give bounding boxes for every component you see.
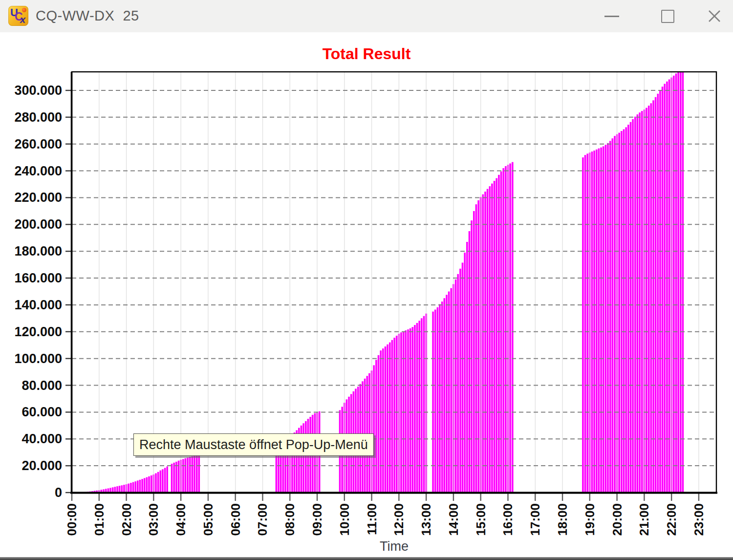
x-tick-label: 22:00 (664, 503, 679, 536)
y-tick-label: 180.000 (14, 244, 62, 258)
bar (175, 462, 177, 493)
bar (166, 467, 168, 493)
x-tick-label: 09:00 (310, 503, 324, 536)
y-tick-label: 200.000 (14, 217, 62, 232)
x-tick-label: 12:00 (391, 503, 406, 536)
bar (396, 336, 398, 493)
bar (682, 72, 684, 493)
x-tick-label: 21:00 (637, 503, 651, 536)
bar (189, 457, 191, 493)
bar (139, 480, 141, 493)
bar (662, 86, 664, 493)
bar (489, 186, 491, 493)
bar (192, 456, 194, 493)
bar (482, 194, 484, 493)
bar (162, 469, 164, 493)
bar (623, 129, 625, 493)
x-tick-label: 20:00 (610, 503, 625, 536)
bar (621, 131, 623, 493)
bar (146, 477, 148, 493)
x-tick-label: 05:00 (201, 503, 216, 536)
bar (659, 90, 661, 493)
bar (187, 457, 189, 493)
bar (155, 474, 157, 493)
bar (128, 484, 129, 493)
y-tick-label: 160.000 (14, 271, 62, 285)
bar (641, 111, 643, 493)
y-tick-label: 40.000 (22, 431, 62, 446)
y-tick-label: 60.000 (22, 405, 62, 419)
bar (477, 200, 479, 493)
bar (630, 122, 632, 493)
y-tick-label: 120.000 (14, 324, 62, 339)
bar (123, 485, 125, 493)
bar (664, 84, 666, 493)
bar (382, 348, 384, 493)
bar (114, 487, 116, 493)
bar (378, 355, 380, 493)
bar (650, 103, 652, 493)
bar (471, 220, 473, 493)
bar (121, 485, 123, 493)
bar (434, 310, 436, 493)
x-tick-label: 17:00 (528, 503, 542, 536)
x-tick-label: 06:00 (228, 503, 243, 536)
bar (632, 119, 634, 493)
bar (305, 421, 307, 493)
bar (600, 148, 602, 493)
bar (657, 94, 659, 493)
bar (276, 452, 278, 493)
bar (439, 304, 441, 493)
score-bar-chart[interactable]: 020.00040.00060.00080.000100.000120.0001… (0, 0, 733, 560)
bars-group (85, 72, 684, 493)
bar (473, 211, 475, 493)
y-tick-label: 100.000 (14, 351, 62, 366)
bar (668, 80, 670, 493)
bar (584, 155, 586, 493)
x-tick-label: 14:00 (446, 503, 461, 536)
bar (391, 340, 393, 493)
bar (646, 108, 647, 493)
bar (171, 464, 173, 493)
bar (194, 455, 195, 493)
x-tick-label: 13:00 (419, 503, 433, 536)
y-tick-label: 140.000 (14, 298, 62, 312)
y-tick-label: 0 (55, 485, 62, 500)
bar (586, 153, 588, 493)
bar (421, 318, 423, 493)
y-tick-label: 80.000 (22, 378, 62, 393)
x-tick-label: 07:00 (255, 503, 270, 536)
bar (116, 486, 118, 493)
x-tick-label: 01:00 (92, 503, 107, 536)
x-tick-label: 15:00 (474, 503, 488, 536)
bar (412, 327, 414, 493)
bar (451, 288, 453, 493)
bar (137, 480, 139, 493)
bar (677, 72, 679, 493)
bar (634, 117, 636, 493)
bar (368, 373, 370, 493)
bar (457, 274, 459, 493)
bar (196, 455, 198, 493)
bar (496, 178, 497, 493)
bar (437, 307, 439, 493)
bar (278, 450, 280, 493)
bar (410, 328, 411, 493)
bar (164, 468, 166, 493)
bar (498, 175, 500, 493)
y-tick-label: 260.000 (14, 137, 62, 151)
bar (387, 345, 388, 493)
bar (393, 338, 395, 493)
x-tick-label: 18:00 (555, 503, 570, 536)
bar (157, 472, 159, 493)
bar (173, 463, 175, 493)
bar (119, 486, 121, 493)
bar (444, 298, 446, 493)
bar (648, 106, 650, 493)
y-tick-label: 300.000 (14, 83, 62, 98)
bar (639, 112, 641, 493)
window-bottom-edge (0, 557, 733, 560)
bar (455, 280, 457, 493)
bar (593, 151, 595, 493)
x-tick-label: 00:00 (65, 503, 79, 536)
